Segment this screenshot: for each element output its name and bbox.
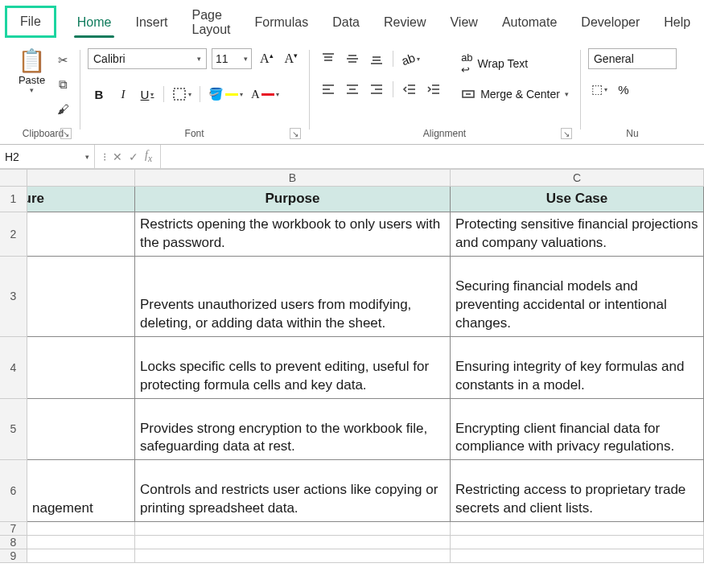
tab-formulas[interactable]: Formulas [252, 10, 312, 38]
row-header[interactable]: 7 [0, 522, 27, 536]
tab-page-layout[interactable]: Page Layout [188, 3, 233, 45]
cell[interactable] [451, 522, 704, 536]
wrap-label: Wrap Text [478, 57, 529, 70]
bucket-icon: 🪣 [208, 87, 224, 101]
name-box[interactable]: H2 ▾ [0, 145, 95, 168]
cell[interactable]: Restricts opening the workbook to only u… [135, 212, 451, 257]
paste-button[interactable]: 📋 Paste ▾ [14, 48, 49, 96]
row-header[interactable]: 2 [0, 212, 27, 257]
cell[interactable] [135, 536, 451, 549]
row-header[interactable]: 4 [0, 337, 27, 399]
cell[interactable]: Ensuring integrity of key formulas and c… [451, 337, 704, 399]
tab-data[interactable]: Data [329, 10, 363, 38]
italic-button[interactable]: I [112, 84, 134, 105]
cell[interactable] [27, 212, 135, 257]
align-center-button[interactable] [341, 79, 364, 100]
align-middle-button[interactable] [341, 48, 364, 69]
cell[interactable]: Purpose [135, 187, 451, 212]
tab-review[interactable]: Review [381, 10, 429, 38]
group-clipboard-label: Clipboard [23, 128, 64, 139]
align-top-button[interactable] [317, 48, 340, 69]
cell[interactable]: Use Case [451, 187, 704, 212]
borders-button[interactable]: ▾ [169, 84, 195, 105]
wrap-text-button[interactable]: ab↩ Wrap Text [458, 50, 572, 77]
formula-input[interactable] [161, 145, 704, 168]
alignment-dialog-launcher[interactable]: ↘ [561, 128, 572, 139]
row-header[interactable]: 1 [0, 187, 27, 212]
chevron-down-icon: ▾ [30, 86, 34, 94]
tab-insert[interactable]: Insert [132, 10, 171, 38]
increase-font-button[interactable]: A▴ [257, 51, 277, 66]
font-size-select[interactable]: 11 ▾ [212, 48, 252, 69]
fill-color-button[interactable]: 🪣 ▾ [205, 84, 246, 105]
cell[interactable] [27, 549, 135, 563]
cell[interactable] [451, 536, 704, 549]
copy-button[interactable]: ⧉ [54, 76, 72, 93]
font-color-button[interactable]: A ▾ [248, 84, 282, 105]
cancel-formula-button[interactable]: ✕ [113, 150, 122, 163]
row-header[interactable]: 8 [0, 536, 27, 549]
cut-button[interactable]: ✂ [54, 51, 72, 69]
cell[interactable] [135, 549, 451, 563]
merge-center-button[interactable]: Merge & Center ▾ [458, 85, 572, 103]
font-dialog-launcher[interactable]: ↘ [290, 128, 301, 139]
cell[interactable]: Encrypting client financial data for com… [451, 399, 704, 461]
tab-automate[interactable]: Automate [499, 10, 560, 38]
accounting-format-button[interactable]: ⬚▾ [588, 79, 611, 100]
cell[interactable] [27, 337, 135, 399]
decrease-font-button[interactable]: A▾ [282, 51, 302, 66]
align-right-button[interactable] [365, 79, 388, 100]
ribbon: 📋 Paste ▾ ✂ ⧉ 🖌 Clipboard ↘ [0, 42, 704, 145]
col-header-c[interactable]: C [451, 170, 704, 187]
cell[interactable] [135, 522, 451, 536]
insert-function-button[interactable]: fx [145, 149, 152, 164]
decrease-indent-button[interactable] [398, 79, 421, 100]
name-box-value: H2 [5, 150, 19, 163]
cell[interactable]: eature [27, 187, 135, 212]
wrap-icon: ab↩ [461, 51, 472, 76]
select-all-corner[interactable] [0, 170, 27, 187]
tab-file[interactable]: File [5, 6, 56, 38]
accounting-icon: ⬚ [591, 82, 603, 97]
tab-home[interactable]: Home [74, 10, 115, 38]
bold-button[interactable]: B [88, 84, 110, 105]
row-header[interactable]: 3 [0, 257, 27, 337]
cell[interactable] [27, 399, 135, 461]
cell[interactable] [27, 522, 135, 536]
format-painter-button[interactable]: 🖌 [54, 100, 72, 117]
brush-icon: 🖌 [57, 102, 69, 116]
align-left-button[interactable] [317, 79, 340, 100]
font-name-select[interactable]: Calibri ▾ [88, 48, 207, 69]
enter-formula-button[interactable]: ✓ [129, 150, 138, 163]
tab-view[interactable]: View [447, 10, 480, 38]
cell[interactable] [451, 549, 704, 563]
font-name-value: Calibri [93, 52, 126, 65]
align-bottom-button[interactable] [365, 48, 388, 69]
cell[interactable]: Controls and restricts user actions like… [135, 460, 451, 522]
percent-format-button[interactable]: % [612, 79, 635, 100]
number-format-select[interactable]: General [588, 48, 677, 69]
cell[interactable]: Locks specific cells to prevent editing,… [135, 337, 451, 399]
number-format-value: General [594, 52, 634, 65]
cell[interactable]: Prevents unauthorized users from modifyi… [135, 257, 451, 337]
cell[interactable] [27, 536, 135, 549]
tab-developer[interactable]: Developer [578, 10, 643, 38]
clipboard-dialog-launcher[interactable]: ↘ [60, 128, 72, 139]
underline-button[interactable]: U▾ [136, 84, 159, 105]
range-selector-button[interactable]: ⁝ [103, 150, 106, 163]
cell[interactable]: Restricting access to proprietary trade … [451, 460, 704, 522]
cell[interactable]: Protecting sensitive financial projectio… [451, 212, 704, 257]
row-header[interactable]: 6 [0, 460, 27, 522]
col-header-a[interactable]: A [27, 170, 135, 187]
orientation-button[interactable]: ab ▾ [398, 48, 423, 69]
cell[interactable]: nagement [27, 460, 135, 522]
row-header[interactable]: 9 [0, 549, 27, 563]
col-header-b[interactable]: B [135, 170, 451, 187]
row-header[interactable]: 5 [0, 399, 27, 461]
cell[interactable] [27, 257, 135, 337]
tab-help[interactable]: Help [661, 10, 694, 38]
cell[interactable]: Provides strong encryption to the workbo… [135, 399, 451, 461]
increase-indent-button[interactable] [422, 79, 445, 100]
worksheet-grid[interactable]: A B C 1 eature Purpose Use Case 2 Restri… [0, 169, 704, 563]
cell[interactable]: Securing financial models and preventing… [451, 257, 704, 337]
